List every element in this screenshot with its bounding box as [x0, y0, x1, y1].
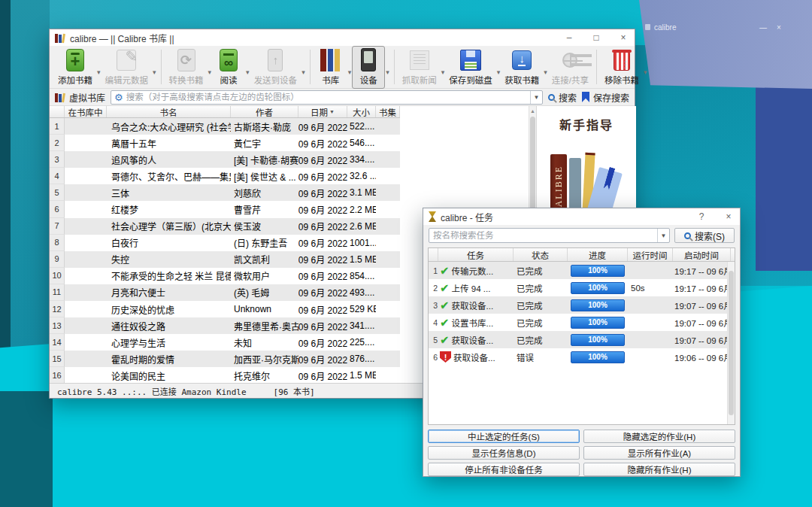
book-row[interactable]: 15 霍乱时期的爱情 加西亚·马尔克斯 09 6月 2022 876.... — [50, 351, 400, 367]
job-row[interactable]: 6 ! 获取设备... 错误 100% 19:06 -- 09 6月 — [429, 348, 735, 366]
cell-in-library[interactable] — [65, 135, 107, 151]
close-button[interactable]: × — [612, 29, 635, 46]
jobs-titlebar[interactable]: calibre - 任务 ? × — [423, 208, 740, 225]
cell-in-library[interactable] — [65, 367, 107, 384]
cell-title[interactable]: 白夜行 — [107, 235, 231, 251]
job-row[interactable]: 1 ✔ 传输元数... 已完成 100% 19:17 -- 09 6月 — [429, 262, 735, 279]
jobs-action-button[interactable]: 显示所有作业(A) — [583, 446, 735, 460]
cell-series[interactable] — [376, 301, 400, 317]
cell-size[interactable]: 529 KB — [347, 301, 376, 317]
cell-size[interactable]: 32.6 ... — [347, 168, 376, 184]
cell-series[interactable] — [376, 168, 400, 184]
close-icon[interactable]: × — [773, 23, 785, 32]
cell-date[interactable]: 09 6月 2022 — [298, 118, 347, 135]
cell-author[interactable]: (日) 东野圭吾 — [231, 235, 298, 251]
column-header-runtime[interactable]: 运行时间 — [628, 248, 673, 261]
cell-title[interactable]: 哥德尔、艾舍尔、巴赫——集异璧之大... — [107, 168, 231, 184]
cell-status[interactable]: 已完成 — [514, 262, 568, 279]
cell-author[interactable]: 托克维尔 — [231, 367, 298, 384]
help-button[interactable]: ? — [690, 208, 713, 225]
cell-author[interactable]: 古斯塔夫·勒庞 — [231, 118, 298, 135]
main-titlebar[interactable]: calibre — || Calibre 书库 || – □ × — [50, 29, 635, 46]
cell-runtime[interactable] — [628, 296, 673, 314]
cell-status[interactable]: 错误 — [514, 348, 568, 366]
cell-size[interactable]: 1001... — [347, 235, 376, 251]
virtual-library-button[interactable]: 虚拟书库 — [55, 91, 105, 104]
cell-runtime[interactable] — [628, 348, 673, 366]
cell-series[interactable] — [376, 201, 400, 217]
cell-title[interactable]: 论美国的民主 — [107, 367, 231, 384]
cell-series[interactable] — [376, 317, 400, 334]
book-row[interactable]: 7 社会心理学（第三版）(北京大学心理... 侯玉波 09 6月 2022 2.… — [50, 218, 400, 235]
cell-task[interactable]: ✔ 设置书库... — [438, 314, 514, 331]
jobs-action-button[interactable]: 隐藏选定的作业(H) — [583, 430, 735, 443]
book-row[interactable]: 3 追风筝的人 [美] 卡勒德·胡赛尼 09 6月 2022 334.... — [50, 151, 400, 168]
gear-icon[interactable]: ⚙ — [111, 93, 126, 102]
cell-series[interactable] — [376, 184, 400, 201]
column-header-task[interactable]: 任务 — [438, 248, 514, 261]
minimize-button[interactable]: – — [558, 29, 580, 46]
cell-size[interactable]: 854.... — [347, 268, 376, 284]
column-header-started[interactable]: 启动时间 — [673, 248, 731, 261]
cell-task[interactable]: ✔ 传输元数... — [438, 262, 514, 279]
cell-task[interactable]: ✔ 获取设备... — [438, 331, 514, 348]
cell-date[interactable]: 09 6月 2022 — [298, 218, 347, 235]
jobs-action-button[interactable]: 中止选定的任务(S) — [428, 430, 580, 443]
job-row[interactable]: 2 ✔ 上传 94 ... 已完成 100% 50s 19:17 -- 09 6… — [429, 279, 735, 296]
column-header-status[interactable]: 状态 — [514, 248, 568, 261]
cell-series[interactable] — [376, 135, 400, 151]
jobs-search-dropdown-icon[interactable]: ▼ — [657, 229, 669, 242]
book-row[interactable]: 13 通往奴役之路 弗里德里希·奥古... 09 6月 2022 341.... — [50, 317, 400, 334]
cell-date[interactable]: 09 6月 2022 — [298, 284, 347, 301]
toolbar-button[interactable]: 转换书籍 — [165, 46, 208, 89]
cell-title[interactable]: 萬曆十五年 — [107, 135, 231, 151]
book-row[interactable]: 6 红楼梦 曹雪芹 09 6月 2022 2.2 MB — [50, 201, 400, 217]
book-row[interactable]: 1 乌合之众:大众心理研究 (社会学经典名... 古斯塔夫·勒庞 09 6月 2… — [50, 118, 400, 135]
book-row[interactable]: 16 论美国的民主 托克维尔 09 6月 2022 1.5 MB — [50, 367, 400, 384]
cell-date[interactable]: 09 6月 2022 — [298, 135, 347, 151]
column-header-size[interactable]: 大小 — [347, 106, 376, 117]
cell-started[interactable]: 19:07 -- 09 6月 — [673, 314, 731, 331]
cell-started[interactable]: 19:17 -- 09 6月 — [673, 262, 731, 279]
cell-title[interactable]: 月亮和六便士 — [107, 284, 231, 301]
cell-status[interactable]: 已完成 — [514, 279, 568, 296]
cell-size[interactable]: 546.... — [347, 135, 376, 151]
toolbar-overflow-icon[interactable]: ⋮ — [621, 59, 632, 70]
search-dropdown-icon[interactable]: ▼ — [530, 91, 542, 104]
cell-author[interactable]: [美] 侯世达 & ... — [231, 168, 298, 184]
cell-runtime[interactable]: 50s — [628, 279, 673, 296]
cell-in-library[interactable] — [65, 351, 107, 367]
cell-in-library[interactable] — [65, 168, 107, 184]
cell-author[interactable]: 凯文凯利 — [231, 251, 298, 268]
book-row[interactable]: 9 失控 凯文凯利 09 6月 2022 1.5 MB — [50, 251, 400, 268]
cell-size[interactable]: 493.... — [347, 284, 376, 301]
cell-runtime[interactable] — [628, 314, 673, 331]
cell-size[interactable]: 3.1 MB — [347, 184, 376, 201]
chevron-down-icon[interactable]: ▾ — [96, 68, 102, 76]
cell-size[interactable]: 2.6 MB — [347, 218, 376, 235]
cell-date[interactable]: 09 6月 2022 — [298, 235, 347, 251]
cell-title[interactable]: 追风筝的人 — [107, 151, 231, 168]
cell-started[interactable]: 19:17 -- 09 6月 — [673, 279, 731, 296]
cell-author[interactable]: 未知 — [231, 334, 298, 351]
cell-size[interactable]: 876.... — [347, 351, 376, 367]
job-row[interactable]: 3 ✔ 获取设备... 已完成 100% 19:07 -- 09 6月 — [429, 296, 735, 314]
cell-series[interactable] — [376, 268, 400, 284]
chevron-down-icon[interactable]: ▾ — [301, 68, 306, 76]
cell-title[interactable]: 历史深处的忧虑 — [107, 301, 231, 317]
cell-size[interactable]: 2.2 MB — [347, 201, 376, 217]
job-row[interactable]: 4 ✔ 设置书库... 已完成 100% 19:07 -- 09 6月 — [429, 314, 735, 331]
jobs-action-button[interactable]: 停止所有非设备任务 — [428, 463, 580, 476]
toolbar-button[interactable]: 添加书籍 — [54, 46, 96, 89]
close-button[interactable]: × — [717, 208, 740, 225]
jobs-search-input[interactable] — [433, 229, 657, 242]
cell-date[interactable]: 09 6月 2022 — [298, 351, 347, 367]
cell-date[interactable]: 09 6月 2022 — [298, 201, 347, 217]
toolbar-button[interactable]: 设备 — [352, 46, 385, 89]
chevron-down-icon[interactable]: ▾ — [385, 68, 390, 76]
cell-date[interactable]: 09 6月 2022 — [298, 151, 347, 168]
cell-series[interactable] — [376, 218, 400, 235]
column-header-progress[interactable]: 进度 — [568, 248, 628, 261]
cell-status[interactable]: 已完成 — [514, 331, 568, 348]
cell-started[interactable]: 19:07 -- 09 6月 — [673, 331, 731, 348]
